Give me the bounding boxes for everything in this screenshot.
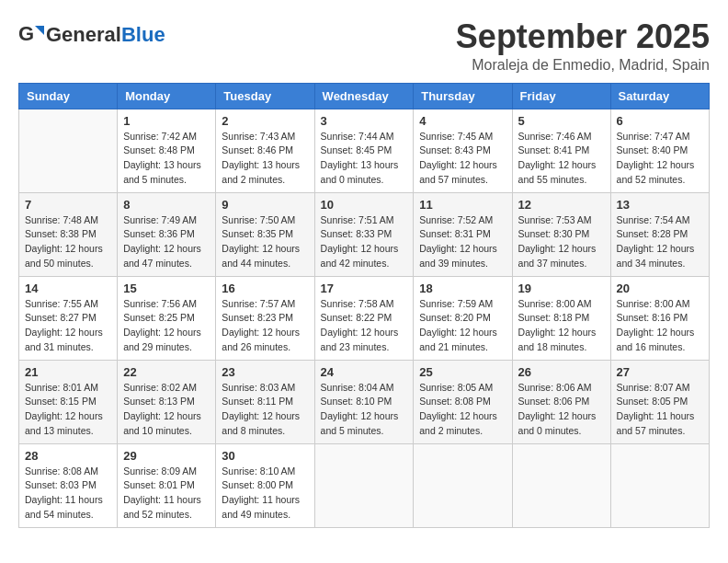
- calendar-cell: 21Sunrise: 8:01 AM Sunset: 8:15 PM Dayli…: [19, 360, 118, 443]
- calendar-week-row: 1Sunrise: 7:42 AM Sunset: 8:48 PM Daylig…: [19, 109, 710, 192]
- day-number: 13: [617, 198, 703, 212]
- calendar-cell: 3Sunrise: 7:44 AM Sunset: 8:45 PM Daylig…: [314, 109, 414, 192]
- logo-icon: G: [18, 22, 44, 48]
- calendar-cell: 19Sunrise: 8:00 AM Sunset: 8:18 PM Dayli…: [512, 276, 610, 360]
- day-number: 24: [321, 365, 408, 379]
- day-info: Sunrise: 8:00 AM Sunset: 8:16 PM Dayligh…: [617, 297, 703, 355]
- day-number: 1: [123, 114, 210, 128]
- calendar-week-row: 21Sunrise: 8:01 AM Sunset: 8:15 PM Dayli…: [19, 360, 710, 443]
- day-number: 15: [123, 282, 210, 295]
- day-number: 18: [419, 282, 506, 295]
- day-number: 30: [222, 449, 308, 463]
- day-number: 3: [321, 114, 408, 128]
- day-info: Sunrise: 8:02 AM Sunset: 8:13 PM Dayligh…: [123, 381, 210, 439]
- calendar-cell: 23Sunrise: 8:03 AM Sunset: 8:11 PM Dayli…: [216, 360, 314, 443]
- day-info: Sunrise: 7:56 AM Sunset: 8:25 PM Dayligh…: [123, 297, 210, 355]
- calendar-cell: 22Sunrise: 8:02 AM Sunset: 8:13 PM Dayli…: [118, 360, 216, 443]
- calendar-week-row: 7Sunrise: 7:48 AM Sunset: 8:38 PM Daylig…: [19, 192, 710, 276]
- day-info: Sunrise: 8:03 AM Sunset: 8:11 PM Dayligh…: [222, 381, 308, 439]
- svg-text:G: G: [18, 22, 34, 45]
- calendar-cell: 28Sunrise: 8:08 AM Sunset: 8:03 PM Dayli…: [19, 443, 118, 527]
- day-number: 9: [222, 198, 308, 212]
- header: G GeneralBlue September 2025 Moraleja de…: [18, 18, 710, 74]
- calendar-cell: 11Sunrise: 7:52 AM Sunset: 8:31 PM Dayli…: [414, 192, 512, 276]
- day-info: Sunrise: 8:08 AM Sunset: 8:03 PM Dayligh…: [25, 465, 111, 523]
- day-number: 28: [25, 449, 111, 463]
- header-row: SundayMondayTuesdayWednesdayThursdayFrid…: [19, 83, 710, 109]
- day-of-week-header: Monday: [118, 83, 216, 109]
- calendar-cell: 24Sunrise: 8:04 AM Sunset: 8:10 PM Dayli…: [314, 360, 414, 443]
- day-number: 8: [123, 198, 210, 212]
- day-info: Sunrise: 8:07 AM Sunset: 8:05 PM Dayligh…: [617, 381, 703, 439]
- calendar-cell: 25Sunrise: 8:05 AM Sunset: 8:08 PM Dayli…: [414, 360, 512, 443]
- day-number: 21: [25, 365, 111, 379]
- day-number: 26: [518, 365, 605, 379]
- day-number: 10: [321, 198, 408, 212]
- calendar-cell: 13Sunrise: 7:54 AM Sunset: 8:28 PM Dayli…: [610, 192, 709, 276]
- calendar-cell: [414, 443, 512, 527]
- calendar-cell: 30Sunrise: 8:10 AM Sunset: 8:00 PM Dayli…: [216, 443, 314, 527]
- calendar-cell: [19, 109, 118, 192]
- day-info: Sunrise: 8:09 AM Sunset: 8:01 PM Dayligh…: [123, 465, 210, 523]
- day-info: Sunrise: 8:05 AM Sunset: 8:08 PM Dayligh…: [419, 381, 506, 439]
- calendar-week-row: 14Sunrise: 7:55 AM Sunset: 8:27 PM Dayli…: [19, 276, 710, 360]
- calendar-body: 1Sunrise: 7:42 AM Sunset: 8:48 PM Daylig…: [19, 109, 710, 527]
- calendar-header: SundayMondayTuesdayWednesdayThursdayFrid…: [19, 83, 710, 109]
- day-number: 4: [419, 114, 506, 128]
- calendar-cell: 14Sunrise: 7:55 AM Sunset: 8:27 PM Dayli…: [19, 276, 118, 360]
- calendar-cell: 27Sunrise: 8:07 AM Sunset: 8:05 PM Dayli…: [610, 360, 709, 443]
- day-number: 19: [518, 282, 605, 295]
- calendar-cell: 9Sunrise: 7:50 AM Sunset: 8:35 PM Daylig…: [216, 192, 314, 276]
- calendar-cell: [314, 443, 414, 527]
- day-number: 20: [617, 282, 703, 295]
- day-number: 22: [123, 365, 210, 379]
- calendar-cell: 2Sunrise: 7:43 AM Sunset: 8:46 PM Daylig…: [216, 109, 314, 192]
- calendar-cell: 4Sunrise: 7:45 AM Sunset: 8:43 PM Daylig…: [414, 109, 512, 192]
- day-number: 12: [518, 198, 605, 212]
- day-of-week-header: Friday: [512, 83, 610, 109]
- calendar-cell: 10Sunrise: 7:51 AM Sunset: 8:33 PM Dayli…: [314, 192, 414, 276]
- day-info: Sunrise: 7:48 AM Sunset: 8:38 PM Dayligh…: [25, 213, 111, 271]
- day-info: Sunrise: 7:52 AM Sunset: 8:31 PM Dayligh…: [419, 213, 506, 271]
- day-number: 2: [222, 114, 308, 128]
- svg-marker-1: [35, 26, 44, 35]
- calendar-cell: 12Sunrise: 7:53 AM Sunset: 8:30 PM Dayli…: [512, 192, 610, 276]
- day-of-week-header: Saturday: [610, 83, 709, 109]
- calendar-cell: 17Sunrise: 7:58 AM Sunset: 8:22 PM Dayli…: [314, 276, 414, 360]
- day-info: Sunrise: 8:04 AM Sunset: 8:10 PM Dayligh…: [321, 381, 408, 439]
- calendar-cell: 18Sunrise: 7:59 AM Sunset: 8:20 PM Dayli…: [414, 276, 512, 360]
- calendar-cell: [512, 443, 610, 527]
- day-info: Sunrise: 7:51 AM Sunset: 8:33 PM Dayligh…: [321, 213, 408, 271]
- day-number: 29: [123, 449, 210, 463]
- day-number: 7: [25, 198, 111, 212]
- title-area: September 2025 Moraleja de Enmedio, Madr…: [456, 18, 710, 74]
- day-info: Sunrise: 7:44 AM Sunset: 8:45 PM Dayligh…: [321, 130, 408, 188]
- day-info: Sunrise: 7:50 AM Sunset: 8:35 PM Dayligh…: [222, 213, 308, 271]
- day-number: 27: [617, 365, 703, 379]
- calendar-cell: 6Sunrise: 7:47 AM Sunset: 8:40 PM Daylig…: [610, 109, 709, 192]
- location-title: Moraleja de Enmedio, Madrid, Spain: [456, 57, 710, 74]
- day-info: Sunrise: 7:45 AM Sunset: 8:43 PM Dayligh…: [419, 130, 506, 188]
- day-of-week-header: Tuesday: [216, 83, 314, 109]
- calendar-week-row: 28Sunrise: 8:08 AM Sunset: 8:03 PM Dayli…: [19, 443, 710, 527]
- day-number: 16: [222, 282, 308, 295]
- day-number: 17: [321, 282, 408, 295]
- calendar-cell: 29Sunrise: 8:09 AM Sunset: 8:01 PM Dayli…: [118, 443, 216, 527]
- calendar-cell: 1Sunrise: 7:42 AM Sunset: 8:48 PM Daylig…: [118, 109, 216, 192]
- day-number: 25: [419, 365, 506, 379]
- day-info: Sunrise: 7:53 AM Sunset: 8:30 PM Dayligh…: [518, 213, 605, 271]
- day-number: 11: [419, 198, 506, 212]
- calendar-cell: 26Sunrise: 8:06 AM Sunset: 8:06 PM Dayli…: [512, 360, 610, 443]
- day-of-week-header: Sunday: [19, 83, 118, 109]
- calendar-cell: 16Sunrise: 7:57 AM Sunset: 8:23 PM Dayli…: [216, 276, 314, 360]
- day-of-week-header: Thursday: [414, 83, 512, 109]
- calendar-cell: 8Sunrise: 7:49 AM Sunset: 8:36 PM Daylig…: [118, 192, 216, 276]
- day-info: Sunrise: 7:59 AM Sunset: 8:20 PM Dayligh…: [419, 297, 506, 355]
- month-title: September 2025: [456, 18, 710, 55]
- day-info: Sunrise: 7:55 AM Sunset: 8:27 PM Dayligh…: [25, 297, 111, 355]
- day-number: 5: [518, 114, 605, 128]
- logo-blue: Blue: [121, 23, 165, 47]
- calendar: SundayMondayTuesdayWednesdayThursdayFrid…: [18, 83, 710, 528]
- day-info: Sunrise: 7:46 AM Sunset: 8:41 PM Dayligh…: [518, 130, 605, 188]
- day-info: Sunrise: 7:43 AM Sunset: 8:46 PM Dayligh…: [222, 130, 308, 188]
